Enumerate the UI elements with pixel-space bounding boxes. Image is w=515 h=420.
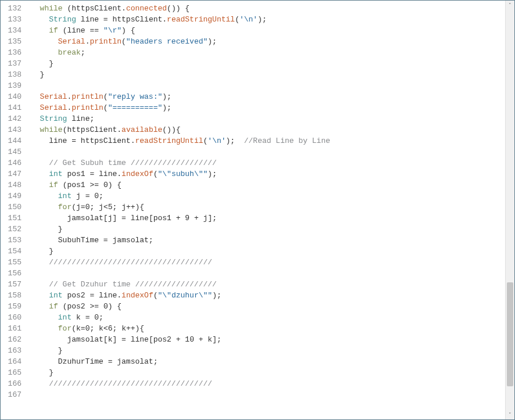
token-op: . <box>117 125 121 134</box>
token-id: line <box>67 26 85 35</box>
token-op: >= <box>85 181 103 189</box>
code-line[interactable]: DzuhurTime = jamsolat; <box>31 356 505 367</box>
scrollbar-track[interactable] <box>506 10 514 410</box>
code-line[interactable] <box>31 268 505 279</box>
line-number: 154 <box>1 246 22 257</box>
scrollbar-thumb[interactable] <box>507 282 513 386</box>
code-line[interactable]: Serial.println("reply was:"); <box>31 91 505 102</box>
code-line[interactable]: } <box>31 367 505 378</box>
code-line[interactable]: } <box>31 69 505 80</box>
token-op: ; <box>90 324 99 333</box>
token-op: ( <box>58 302 67 311</box>
token-id: k <box>208 335 212 344</box>
token-op: ); <box>162 103 171 112</box>
scroll-down-arrow[interactable]: ˅ <box>506 410 514 419</box>
token-id: line <box>131 214 149 222</box>
token-op: == <box>85 26 103 35</box>
token-op: ); <box>258 15 267 24</box>
code-line[interactable]: if (line == "\r") { <box>31 25 505 36</box>
token-op: + <box>171 214 185 222</box>
code-line[interactable]: while (httpsClient.connected()) { <box>31 3 505 14</box>
token-type: int <box>49 170 62 178</box>
line-number: 136 <box>1 47 22 58</box>
code-line[interactable] <box>31 80 505 91</box>
token-id: line <box>71 114 90 123</box>
token-id: line <box>49 137 67 145</box>
code-line[interactable]: } <box>31 246 505 257</box>
line-number: 148 <box>1 180 22 191</box>
token-op: + <box>171 335 185 344</box>
code-line[interactable]: if (pos2 >= 0) { <box>31 301 505 312</box>
token-type: int <box>58 313 71 322</box>
token-kw: while <box>40 4 63 13</box>
token-op: = <box>81 324 85 333</box>
code-line[interactable]: } <box>31 224 505 235</box>
token-id: jamsolat <box>117 357 153 366</box>
token-fn: available <box>121 125 162 134</box>
token-str: "\r" <box>103 26 121 35</box>
token-fn: indexOf <box>121 170 153 178</box>
token-op: ( <box>58 26 67 35</box>
code-editor[interactable]: 1321331341351361371381391401411421431441… <box>1 1 514 419</box>
code-line[interactable]: while(httpsClient.available()){ <box>31 124 505 135</box>
code-line[interactable]: String line; <box>31 113 505 124</box>
vertical-scrollbar[interactable]: ˄ ˅ <box>505 1 514 419</box>
code-line[interactable]: for(k=0; k<6; k++){ <box>31 323 505 334</box>
token-kw: if <box>49 26 58 35</box>
token-op: ; <box>149 236 153 245</box>
code-line[interactable]: int k = 0; <box>31 312 505 323</box>
code-line[interactable]: } <box>31 58 505 69</box>
token-op: ; <box>113 203 122 211</box>
token-op: } <box>58 346 63 355</box>
code-line[interactable]: //////////////////////////////////// <box>31 378 505 389</box>
token-op: = <box>67 137 80 145</box>
code-line[interactable]: Serial.println("headers received"); <box>31 36 505 47</box>
token-id: httpsClient <box>112 15 162 24</box>
token-op: ( <box>58 181 67 189</box>
code-line[interactable] <box>31 389 505 400</box>
line-number: 166 <box>1 378 22 389</box>
code-line[interactable]: if (pos1 >= 0) { <box>31 180 505 191</box>
code-line[interactable]: int pos2 = line.indexOf("\"dzuhur\""); <box>31 290 505 301</box>
token-op: = <box>99 15 112 24</box>
token-num: 6 <box>108 324 113 333</box>
code-line[interactable]: int j = 0; <box>31 191 505 202</box>
code-line[interactable] <box>31 146 505 157</box>
token-op: < <box>103 324 108 333</box>
token-num: 0 <box>94 192 99 200</box>
token-op <box>71 313 76 322</box>
code-line[interactable]: // Get Dzuhur time ////////////////// <box>31 279 505 290</box>
token-op: ( <box>103 92 108 101</box>
code-line[interactable]: Serial.println("=========="); <box>31 102 505 113</box>
token-op: ; <box>81 48 85 57</box>
token-op: } <box>49 368 53 377</box>
code-line[interactable]: //////////////////////////////////// <box>31 257 505 268</box>
token-str: "headers received" <box>126 37 208 46</box>
code-line[interactable]: line = httpsClient.readStringUntil('\n')… <box>31 135 505 146</box>
code-line[interactable]: String line = httpsClient.readStringUnti… <box>31 14 505 25</box>
token-op: = <box>103 357 117 366</box>
token-op: ; <box>99 313 103 322</box>
code-line[interactable]: SubuhTime = jamsolat; <box>31 235 505 246</box>
token-num: 9 <box>185 214 189 222</box>
code-line[interactable]: } <box>31 345 505 356</box>
token-op <box>71 192 76 200</box>
code-line[interactable]: jamsolat[k] = line[pos2 + 10 + k]; <box>31 334 505 345</box>
token-op: + <box>194 335 208 344</box>
line-number: 134 <box>1 25 22 36</box>
line-number: 160 <box>1 312 22 323</box>
scroll-up-arrow[interactable]: ˄ <box>506 1 514 10</box>
code-line[interactable]: jamsolat[j] = line[pos1 + 9 + j]; <box>31 213 505 224</box>
code-area[interactable]: while (httpsClient.connected()) { String… <box>27 1 505 419</box>
token-op: ; <box>99 192 103 200</box>
code-line[interactable]: int pos1 = line.indexOf("\"subuh\""); <box>31 168 505 180</box>
code-line[interactable]: for(j=0; j<5; j++){ <box>31 202 505 213</box>
code-line[interactable]: // Get Subuh time /////////////////// <box>31 157 505 168</box>
code-line[interactable]: break; <box>31 47 505 58</box>
token-id: SubuhTime <box>58 236 99 245</box>
token-op: . <box>117 291 121 300</box>
token-fn: readStringUntil <box>135 137 203 145</box>
line-number: 147 <box>1 168 22 180</box>
token-id: pos1 <box>67 170 85 178</box>
token-id: jamsolat <box>67 214 103 222</box>
